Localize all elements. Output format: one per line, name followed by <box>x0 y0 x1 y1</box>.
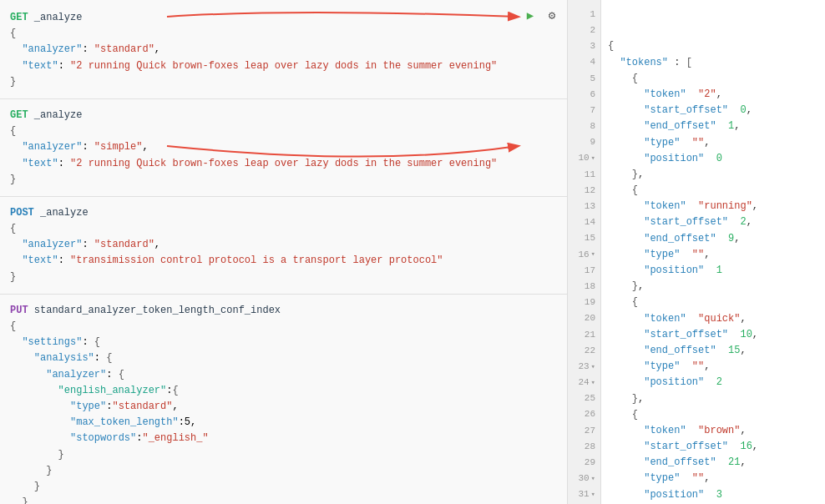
json-line-29: "position" 3 <box>608 487 818 503</box>
divider-2 <box>0 196 567 197</box>
json-line-11: "token" "running", <box>608 199 818 214</box>
line-num-24: 24 <box>568 375 600 391</box>
code-block-1: GET _analyze { "analyzer": "standard", "… <box>0 7 567 93</box>
line-num-6: 6 <box>568 87 600 103</box>
line-num-7: 7 <box>568 103 600 118</box>
line-num-29: 29 <box>568 455 600 471</box>
line-num-19: 19 <box>568 295 600 310</box>
json-line-17: { <box>608 295 818 310</box>
code-block-4: PUT standard_analyzer_token_length_conf_… <box>0 300 567 504</box>
line-num-31: 31 <box>568 487 600 503</box>
line-num-27: 27 <box>568 423 600 439</box>
play-button[interactable]: ▶ <box>522 7 539 23</box>
line-num-11: 11 <box>568 167 600 183</box>
json-line-4: "token" "2", <box>608 87 818 103</box>
line-num-8: 8 <box>568 118 600 134</box>
right-panel: 1234567891011121314151617181920212223242… <box>568 0 825 504</box>
endpoint-3: _analyze <box>40 207 89 219</box>
json-line-9: }, <box>608 167 818 183</box>
method-get-2: GET <box>10 109 28 121</box>
line-num-21: 21 <box>568 327 600 343</box>
json-line-21: "type" "", <box>608 359 818 375</box>
line-num-30: 30 <box>568 471 600 486</box>
json-line-6: "end_offset" 1, <box>608 118 818 134</box>
json-line-12: "start_offset" 2, <box>608 214 818 230</box>
line-num-26: 26 <box>568 407 600 423</box>
code-block-2: GET _analyze { "analyzer": "simple", "te… <box>0 104 567 191</box>
json-line-3: { <box>608 71 818 87</box>
line-num-17: 17 <box>568 263 600 279</box>
json-line-5: "start_offset" 0, <box>608 103 818 118</box>
json-line-1: { <box>608 38 818 54</box>
line-num-2: 2 <box>568 23 600 38</box>
json-line-20: "end_offset" 15, <box>608 343 818 359</box>
json-line-8: "position" 0 <box>608 151 818 167</box>
line-num-28: 28 <box>568 439 600 455</box>
json-line-14: "type" "", <box>608 247 818 263</box>
line-num-23: 23 <box>568 359 600 375</box>
json-line-25: "token" "brown", <box>608 423 818 439</box>
line-num-3: 3 <box>568 38 600 54</box>
line-num-12: 12 <box>568 183 600 199</box>
line-num-25: 25 <box>568 391 600 407</box>
line-num-15: 15 <box>568 231 600 247</box>
json-line-16: }, <box>608 279 818 295</box>
line-num-20: 20 <box>568 311 600 327</box>
divider-3 <box>0 294 567 295</box>
line-numbers: 1234567891011121314151617181920212223242… <box>568 0 601 504</box>
method-get-1: GET <box>10 12 28 23</box>
endpoint-4: standard_analyzer_token_length_conf_inde… <box>34 305 281 316</box>
line-num-9: 9 <box>568 135 600 151</box>
method-put-1: PUT <box>10 305 28 316</box>
json-line-24: { <box>608 407 818 423</box>
line-num-18: 18 <box>568 279 600 295</box>
line-num-22: 22 <box>568 343 600 359</box>
json-line-2: "tokens" : [ <box>608 55 818 71</box>
left-panel: ▶ ⚙ GET _analyze { "analyzer": "standard… <box>0 0 568 504</box>
line-num-10: 10 <box>568 151 600 167</box>
line-num-5: 5 <box>568 71 600 87</box>
json-line-26: "start_offset" 16, <box>608 439 818 455</box>
divider-1 <box>0 98 567 99</box>
json-line-23: }, <box>608 391 818 407</box>
line-num-1: 1 <box>568 7 600 23</box>
json-line-22: "position" 2 <box>608 375 818 391</box>
json-line-27: "end_offset" 21, <box>608 455 818 471</box>
json-line-15: "position" 1 <box>608 263 818 279</box>
json-content[interactable]: { "tokens" : [ { "token" "2", "start_off… <box>601 0 825 504</box>
json-line-13: "end_offset" 9, <box>608 231 818 247</box>
line-num-4: 4 <box>568 55 600 71</box>
json-line-28: "type" "", <box>608 471 818 486</box>
json-line-18: "token" "quick", <box>608 311 818 327</box>
endpoint-1: _analyze <box>34 12 83 23</box>
code-block-3: POST _analyze { "analyzer": "standard", … <box>0 202 567 289</box>
endpoint-2: _analyze <box>34 109 83 121</box>
json-line-10: { <box>608 183 818 199</box>
line-num-13: 13 <box>568 199 600 214</box>
json-line-7: "type" "", <box>608 135 818 151</box>
method-post-1: POST <box>10 207 34 219</box>
json-line-19: "start_offset" 10, <box>608 327 818 343</box>
toolbar: ▶ ⚙ <box>522 7 560 23</box>
line-num-14: 14 <box>568 214 600 230</box>
gear-button[interactable]: ⚙ <box>544 7 560 23</box>
line-num-16: 16 <box>568 247 600 263</box>
